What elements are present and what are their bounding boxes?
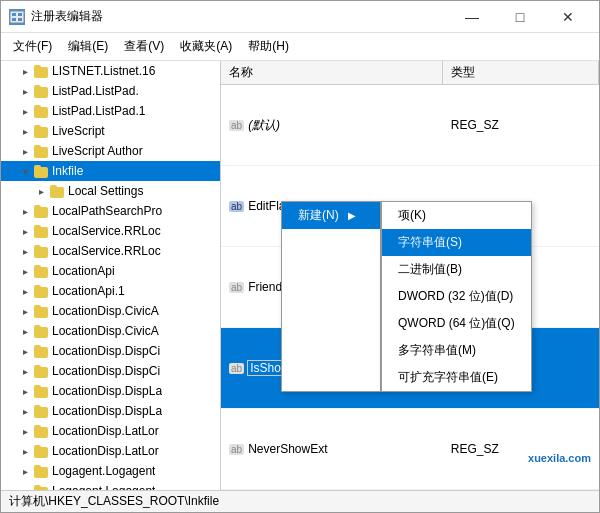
tree-item[interactable]: ▸LocationDisp.DispCi <box>1 361 220 381</box>
tree-item-label: LocationDisp.CivicA <box>52 324 159 338</box>
svg-rect-4 <box>18 18 22 21</box>
new-menu-item[interactable]: 新建(N) ▶ <box>282 202 380 229</box>
tree-expander-icon[interactable]: ▸ <box>17 323 33 339</box>
folder-icon <box>33 83 49 99</box>
folder-icon <box>33 203 49 219</box>
close-button[interactable]: ✕ <box>545 3 591 31</box>
submenu-item[interactable]: DWORD (32 位)值(D) <box>382 283 531 310</box>
folder-icon <box>33 423 49 439</box>
window-title: 注册表编辑器 <box>31 8 449 25</box>
tree-expander-icon[interactable]: ▸ <box>17 403 33 419</box>
tree-item-label: LiveScript Author <box>52 144 143 158</box>
window-controls: — □ ✕ <box>449 3 591 31</box>
tree-item-label: Logagent.Logagent <box>52 464 155 478</box>
tree-item[interactable]: ▸LocationDisp.CivicA <box>1 321 220 341</box>
tree-item[interactable]: ▸LocationDisp.DispCi <box>1 341 220 361</box>
tree-item[interactable]: ▸LISTNET.Listnet.16 <box>1 61 220 81</box>
main-content: ▸LISTNET.Listnet.16▸ListPad.ListPad.▸Lis… <box>1 61 599 490</box>
submenu-item[interactable]: 多字符串值(M) <box>382 337 531 364</box>
table-row[interactable]: abNeverShowExtREG_SZ <box>221 409 599 490</box>
tree-item[interactable]: ▸Logagent.Logagent <box>1 461 220 481</box>
tree-expander-icon[interactable]: ▸ <box>17 243 33 259</box>
tree-expander-icon[interactable]: ▸ <box>17 143 33 159</box>
tree-expander-icon[interactable]: ▸ <box>17 63 33 79</box>
svg-rect-0 <box>10 11 24 23</box>
tree-expander-icon[interactable]: ▸ <box>17 343 33 359</box>
tree-expander-icon[interactable]: ▸ <box>17 303 33 319</box>
folder-icon <box>49 183 65 199</box>
submenu-item[interactable]: 项(K) <box>382 202 531 229</box>
tree-expander-icon[interactable]: ▸ <box>17 223 33 239</box>
tree-item-label: LocationDisp.CivicA <box>52 304 159 318</box>
tree-expander-icon[interactable]: ▸ <box>17 443 33 459</box>
tree-expander-icon[interactable]: ▸ <box>17 103 33 119</box>
tree-item-label: LocationDisp.DispCi <box>52 364 160 378</box>
tree-expander-icon[interactable]: ▸ <box>17 383 33 399</box>
tree-item[interactable]: ▸LocationDisp.DispLa <box>1 381 220 401</box>
tree-expander-icon[interactable]: ▸ <box>17 483 33 490</box>
registry-editor-window: 注册表编辑器 — □ ✕ 文件(F)编辑(E)查看(V)收藏夹(A)帮助(H) … <box>0 0 600 513</box>
tree-item[interactable]: ▸LocalService.RRLoc <box>1 241 220 261</box>
new-label: 新建(N) <box>298 207 339 224</box>
title-bar: 注册表编辑器 — □ ✕ <box>1 1 599 33</box>
maximize-button[interactable]: □ <box>497 3 543 31</box>
tree-item[interactable]: ▸LocationApi.1 <box>1 281 220 301</box>
tree-item-label: LocalPathSearchPro <box>52 204 162 218</box>
tree-item[interactable]: ▸ListPad.ListPad. <box>1 81 220 101</box>
submenu-item[interactable]: 可扩充字符串值(E) <box>382 364 531 391</box>
tree-item[interactable]: ▸LocalPathSearchPro <box>1 201 220 221</box>
folder-icon <box>33 463 49 479</box>
tree-item[interactable]: ▸Logagent.Logagent <box>1 481 220 490</box>
svg-rect-3 <box>12 18 16 21</box>
tree-item[interactable]: ▸LocationDisp.CivicA <box>1 301 220 321</box>
tree-item-label: LocationDisp.LatLor <box>52 444 159 458</box>
table-cell-type: REG_SZ <box>443 409 599 490</box>
table-row[interactable]: ab(默认)REG_SZ <box>221 85 599 166</box>
tree-item[interactable]: ▾Inkfile <box>1 161 220 181</box>
tree-item-label: LocationApi.1 <box>52 284 125 298</box>
tree-item-label: LocationDisp.DispLa <box>52 404 162 418</box>
svg-rect-1 <box>12 13 16 16</box>
tree-item[interactable]: ▸LocationDisp.LatLor <box>1 441 220 461</box>
tree-item-label: LocationApi <box>52 264 115 278</box>
tree-item[interactable]: ▸ListPad.ListPad.1 <box>1 101 220 121</box>
tree-item[interactable]: ▸LocalService.RRLoc <box>1 221 220 241</box>
folder-icon <box>33 103 49 119</box>
menu-item-f[interactable]: 文件(F) <box>5 35 60 58</box>
menu-item-e[interactable]: 编辑(E) <box>60 35 116 58</box>
tree-expander-icon[interactable]: ▸ <box>17 263 33 279</box>
tree-expander-icon[interactable]: ▸ <box>17 463 33 479</box>
tree-expander-icon[interactable]: ▸ <box>17 203 33 219</box>
submenu-item[interactable]: QWORD (64 位)值(Q) <box>382 310 531 337</box>
tree-expander-icon[interactable]: ▸ <box>17 283 33 299</box>
tree-expander-icon[interactable]: ▸ <box>17 83 33 99</box>
folder-icon <box>33 263 49 279</box>
menu-item-h[interactable]: 帮助(H) <box>240 35 297 58</box>
minimize-button[interactable]: — <box>449 3 495 31</box>
tree-item[interactable]: ▸Local Settings <box>1 181 220 201</box>
tree-item-label: LISTNET.Listnet.16 <box>52 64 155 78</box>
tree-item[interactable]: ▸LocationDisp.DispLa <box>1 401 220 421</box>
tree-item[interactable]: ▸LiveScript <box>1 121 220 141</box>
submenu-item[interactable]: 字符串值(S) <box>382 229 531 256</box>
value-type-icon: ab <box>229 282 244 293</box>
folder-icon <box>33 483 49 490</box>
menu-item-a[interactable]: 收藏夹(A) <box>172 35 240 58</box>
folder-icon <box>33 143 49 159</box>
tree-expander-icon[interactable]: ▸ <box>33 183 49 199</box>
tree-item[interactable]: ▸LocationApi <box>1 261 220 281</box>
value-type-icon: ab <box>229 120 244 131</box>
tree-expander-icon[interactable]: ▸ <box>17 123 33 139</box>
menu-item-v[interactable]: 查看(V) <box>116 35 172 58</box>
context-menu-area: 新建(N) ▶ 项(K)字符串值(S)二进制值(B)DWORD (32 位)值(… <box>281 201 532 392</box>
tree-item-label: LocationDisp.DispCi <box>52 344 160 358</box>
tree-scroll[interactable]: ▸LISTNET.Listnet.16▸ListPad.ListPad.▸Lis… <box>1 61 220 490</box>
menu-bar: 文件(F)编辑(E)查看(V)收藏夹(A)帮助(H) <box>1 33 599 61</box>
submenu-item[interactable]: 二进制值(B) <box>382 256 531 283</box>
tree-expander-icon[interactable]: ▾ <box>17 163 33 179</box>
tree-expander-icon[interactable]: ▸ <box>17 423 33 439</box>
table-cell-type: REG_SZ <box>443 85 599 166</box>
tree-item[interactable]: ▸LiveScript Author <box>1 141 220 161</box>
tree-expander-icon[interactable]: ▸ <box>17 363 33 379</box>
tree-item[interactable]: ▸LocationDisp.LatLor <box>1 421 220 441</box>
